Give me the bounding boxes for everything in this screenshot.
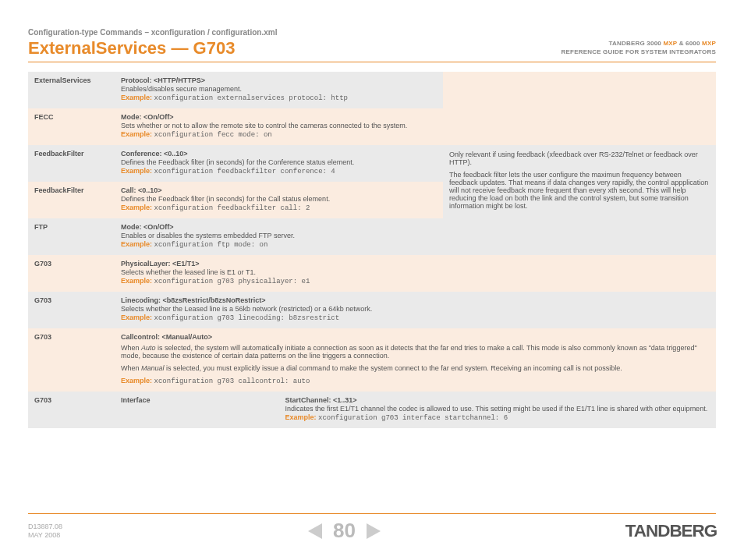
cmd-label: G703 [28, 328, 115, 392]
cmd-desc: Defines the Feedback filter (in seconds)… [121, 195, 437, 203]
document-page: Configuration-type Commands – xconfigura… [0, 0, 744, 560]
example-label: Example: [121, 377, 154, 385]
cmd-body: StartChannel: <1..31> Indicates the firs… [279, 392, 717, 428]
cmd-param: Callcontrol: <Manual/Auto> [121, 333, 710, 341]
cmd-body: Linecoding: <b8zsRestrict/b8zsNoRestrict… [115, 292, 716, 328]
cmd-label: G703 [28, 255, 115, 292]
breadcrumb: Configuration-type Commands – xconfigura… [28, 28, 716, 37]
cmd-label: G703 [28, 392, 115, 428]
cmd-desc: Enables or disables the systems embedded… [121, 232, 710, 239]
table-row: ExternalServices Protocol: <HTTP/HTTPS> … [28, 72, 716, 108]
cmd-param: PhysicalLayer: <E1/T1> [121, 260, 710, 268]
cmd-param: Conference: <0..10> [121, 150, 437, 158]
cmd-body: Protocol: <HTTP/HTTPS> Enables/disables … [115, 72, 443, 108]
example-code: xconfiguration feedbackfilter call: 2 [154, 204, 310, 212]
cmd-label: FeedbackFilter [28, 182, 115, 218]
cmd-desc: Selects whether the Leased line is a 56k… [121, 305, 710, 313]
example-label: Example: [121, 94, 154, 101]
mxp-tag-2: MXP [702, 40, 716, 47]
cmd-body: Mode: <On/Off> Sets whether or not to al… [115, 108, 716, 145]
side-note: Only relevant if using feedback (xfeedba… [443, 145, 716, 218]
example-code: xconfiguration ftp mode: on [154, 241, 268, 249]
table-row: FECC Mode: <On/Off> Sets whether or not … [28, 108, 716, 145]
cmd-body: Mode: <On/Off> Enables or disables the s… [115, 218, 716, 255]
example-label: Example: [121, 240, 154, 248]
cmd-body: Callcontrol: <Manual/Auto> When Auto is … [115, 328, 716, 392]
cmd-param: Mode: <On/Off> [121, 223, 710, 231]
example-code: xconfiguration g703 callcontrol: auto [154, 377, 310, 385]
cmd-label: G703 [28, 292, 115, 328]
table-row: FTP Mode: <On/Off> Enables or disables t… [28, 218, 716, 255]
table-row: G703 Linecoding: <b8zsRestrict/b8zsNoRes… [28, 292, 716, 328]
cmd-param: Mode: <On/Off> [121, 113, 710, 121]
doc-date: MAY 2008 [28, 531, 62, 540]
mxp-tag-1: MXP [663, 40, 677, 47]
cmd-desc: Sets whether or not to allow the remote … [121, 122, 710, 129]
brand-logo: TANDBERG [625, 521, 717, 541]
prev-page-icon[interactable] [308, 523, 322, 539]
cmd-body: Conference: <0..10> Defines the Feedback… [115, 145, 443, 182]
example-label: Example: [121, 314, 154, 321]
cmd-label: ExternalServices [28, 72, 115, 108]
example-code: xconfiguration externalservices protocol… [154, 94, 348, 102]
cmd-label: FTP [28, 218, 115, 255]
side-note-p1: Only relevant if using feedback (xfeedba… [449, 151, 710, 166]
side-cell-empty [443, 72, 716, 108]
cmd-param: StartChannel: <1..31> [285, 396, 710, 404]
example-label: Example: [121, 130, 154, 138]
doc-number: D13887.08 [28, 523, 62, 531]
cmd-sublabel: Interface [115, 392, 279, 428]
cmd-param: Call: <0..10> [121, 186, 437, 194]
example-code: xconfiguration g703 interface startchann… [318, 414, 508, 422]
example-label: Example: [285, 413, 319, 421]
table-row: G703 PhysicalLayer: <E1/T1> Selects whet… [28, 255, 716, 292]
guide-subtitle: REFERENCE GUIDE FOR SYSTEM INTEGRATORS [562, 48, 716, 57]
page-header: Configuration-type Commands – xconfigura… [28, 28, 716, 62]
cmd-label: FeedbackFilter [28, 145, 115, 182]
table-row: G703 Callcontrol: <Manual/Auto> When Aut… [28, 328, 716, 392]
header-right: TANDBERG 3000 MXP & 6000 MXP REFERENCE G… [562, 40, 716, 57]
footer-pager: 80 [308, 519, 381, 543]
cmd-desc: Indicates the first E1/T1 channel the co… [285, 405, 710, 413]
page-footer: D13887.08 MAY 2008 80 TANDBERG [28, 513, 716, 543]
cmd-param: Protocol: <HTTP/HTTPS> [121, 76, 437, 84]
cmd-desc-manual: When Manual is selected, you must explic… [121, 364, 710, 372]
example-code: xconfiguration feedbackfilter conference… [154, 168, 335, 175]
cmd-param: Linecoding: <b8zsRestrict/b8zsNoRestrict… [121, 296, 710, 304]
example-code: xconfiguration fecc mode: on [154, 131, 272, 139]
cmd-label: FECC [28, 108, 115, 145]
product-model-1: TANDBERG 3000 [609, 40, 661, 47]
cmd-desc-auto: When Auto is selected, the system will a… [121, 344, 710, 360]
cmd-body: Call: <0..10> Defines the Feedback filte… [115, 182, 443, 218]
footer-divider [28, 513, 716, 514]
example-label: Example: [121, 204, 154, 211]
table-row: FeedbackFilter Conference: <0..10> Defin… [28, 145, 716, 182]
side-note-p2: The feedback filter lets the user config… [449, 171, 710, 210]
cmd-desc: Selects whether the leased line is E1 or… [121, 268, 710, 276]
footer-docinfo: D13887.08 MAY 2008 [28, 523, 62, 540]
cmd-desc: Enables/disables secure management. [121, 85, 437, 93]
next-page-icon[interactable] [367, 523, 381, 539]
example-label: Example: [121, 167, 154, 175]
cmd-desc: Defines the Feedback filter (in seconds)… [121, 158, 437, 166]
cmd-body: PhysicalLayer: <E1/T1> Selects whether t… [115, 255, 716, 292]
product-model-sep: & 6000 [679, 40, 700, 47]
example-label: Example: [121, 277, 154, 285]
example-code: xconfiguration g703 linecoding: b8zsrest… [154, 314, 340, 322]
example-code: xconfiguration g703 physicallayer: e1 [154, 278, 310, 285]
commands-table: ExternalServices Protocol: <HTTP/HTTPS> … [28, 72, 716, 428]
table-row: G703 Interface StartChannel: <1..31> Ind… [28, 392, 716, 428]
page-number: 80 [333, 519, 356, 543]
